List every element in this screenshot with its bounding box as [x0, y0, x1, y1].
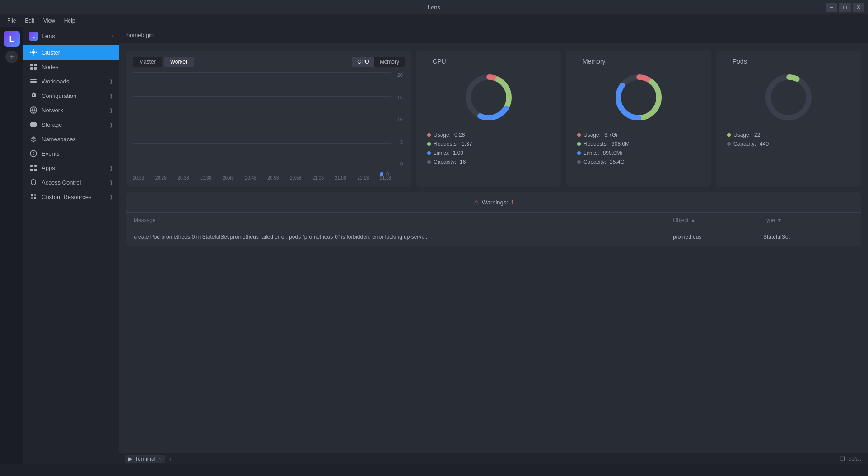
sidebar-item-events[interactable]: Events [23, 146, 119, 161]
sidebar-item-network[interactable]: Network ❱ [23, 103, 119, 117]
x-label-4: 20:43 [223, 176, 234, 180]
menu-file[interactable]: File [4, 17, 19, 25]
warning-icon: ⚠ [473, 199, 479, 206]
x-label-7: 20:58 [290, 176, 301, 180]
cpu-panel-title: CPU [433, 58, 446, 65]
terminal-tab[interactable]: ▶ Terminal × [125, 455, 165, 463]
cpu-donut-chart [462, 70, 516, 125]
chart-tab-master[interactable]: Master [133, 57, 162, 67]
svg-rect-23 [31, 197, 33, 199]
svg-rect-22 [34, 194, 36, 196]
memory-usage-stat: Usage: 3.7Gi [577, 132, 700, 138]
pods-panel-title: Pods [733, 58, 747, 65]
sidebar-item-cluster[interactable]: Cluster [23, 45, 119, 60]
memory-metric-panel: Memory Usage: 3.7Gi [566, 51, 711, 187]
close-button[interactable]: ✕ [853, 3, 864, 12]
terminal-close-button[interactable]: × [158, 456, 161, 462]
toggle-cpu-button[interactable]: CPU [352, 57, 374, 67]
col-message[interactable]: Message [134, 217, 673, 223]
cpu-stats: Usage: 0.28 Requests: 1.37 Limits: 1.00 [424, 132, 554, 165]
apps-icon [30, 164, 37, 171]
x-label-10: 21:13 [357, 176, 369, 180]
custom-resources-icon [30, 193, 37, 200]
filter-type-icon: ▼ [777, 217, 782, 223]
terminal-add-button[interactable]: + [168, 455, 172, 462]
lens-logo-icon[interactable]: L [4, 31, 20, 47]
menu-help[interactable]: Help [61, 17, 79, 25]
events-icon [30, 150, 37, 157]
storage-arrow-icon: ❱ [109, 122, 113, 127]
sidebar-item-storage[interactable]: Storage ❱ [23, 117, 119, 132]
sidebar-item-access-control[interactable]: Access Control ❱ [23, 175, 119, 189]
cpu-requests-label: Requests: [434, 141, 458, 147]
y-label-5: 5 [400, 139, 403, 145]
warning-type: StatefulSet [763, 234, 854, 240]
sidebar-item-workloads-label: Workloads [42, 78, 105, 85]
svg-rect-19 [30, 169, 33, 171]
sidebar-item-custom-resources[interactable]: Custom Resources ❱ [23, 189, 119, 204]
menu-edit[interactable]: Edit [21, 17, 38, 25]
warning-object: prometheus [673, 234, 763, 240]
status-right: ❐ defa... [840, 456, 863, 462]
x-label-3: 20:38 [200, 176, 211, 180]
memory-requests-value: 908.0Mi [611, 141, 631, 147]
svg-point-1 [33, 49, 34, 51]
memory-limits-value: 890.0Mi [603, 150, 622, 156]
memory-donut-svg [611, 70, 666, 125]
memory-capacity-label: Capacity: [583, 159, 606, 165]
memory-panel-title: Memory [583, 58, 606, 65]
sidebar-item-events-label: Events [42, 150, 113, 157]
nav-collapse-button[interactable]: ‹ [112, 33, 114, 39]
sidebar-item-custom-resources-label: Custom Resources [42, 194, 105, 200]
namespaces-icon [30, 135, 37, 143]
x-label-0: 20:23 [133, 176, 144, 180]
breadcrumb-bar: homelogin [119, 27, 868, 43]
sidebar-item-cluster-label: Cluster [42, 49, 113, 56]
chart-tab-worker[interactable]: Worker [164, 57, 194, 67]
col-type[interactable]: Type ▼ [763, 217, 854, 223]
svg-point-33 [768, 77, 809, 118]
col-object[interactable]: Object ▲ [673, 217, 763, 223]
pods-stats: Usage: 22 Capacity: 440 [723, 132, 854, 147]
sidebar-item-storage-label: Storage [42, 121, 105, 128]
cpu-usage-dot [427, 133, 431, 137]
memory-requests-dot [577, 142, 581, 146]
panels-row: Master Worker CPU Memory 20 15 10 [126, 51, 861, 187]
add-cluster-button[interactable]: + [5, 51, 18, 63]
pods-usage-stat: Usage: 22 [727, 132, 850, 138]
sidebar-item-nodes[interactable]: Nodes [23, 60, 119, 74]
minimize-button[interactable]: – [826, 3, 837, 12]
svg-rect-21 [31, 194, 33, 196]
toggle-memory-button[interactable]: Memory [374, 57, 405, 67]
cpu-limits-label: Limits: [434, 150, 449, 156]
grid-line-50 [133, 120, 391, 120]
icon-sidebar-top: L + [4, 31, 20, 63]
grid-line-25 [133, 96, 391, 97]
y-label-0: 0 [400, 162, 403, 167]
terminal-expand-button[interactable]: ❐ [840, 456, 845, 462]
sidebar-item-apps[interactable]: Apps ❱ [23, 161, 119, 175]
memory-requests-stat: Requests: 908.0Mi [577, 141, 700, 147]
terminal-icon: ▶ [128, 456, 132, 462]
menu-view[interactable]: View [40, 17, 59, 25]
cpu-capacity-label: Capacity: [434, 159, 456, 165]
chart-x-labels: 20:23 20:28 20:33 20:38 20:43 20:48 20:5… [133, 176, 391, 180]
memory-stats: Usage: 3.7Gi Requests: 908.0Mi Limits: 8… [574, 132, 704, 165]
cpu-usage-value: 0.28 [454, 132, 465, 138]
restore-button[interactable]: ◻ [839, 3, 851, 12]
x-label-1: 20:28 [155, 176, 167, 180]
toggle-group: CPU Memory [352, 57, 405, 67]
sidebar-item-configuration[interactable]: Configuration ❱ [23, 88, 119, 103]
svg-rect-10 [30, 81, 37, 82]
y-label-15: 15 [397, 95, 403, 100]
sidebar-item-workloads[interactable]: Workloads ❱ [23, 74, 119, 88]
warning-message: create Pod prometheus-0 in StatefulSet p… [134, 234, 673, 240]
warnings-title: Warnings: [482, 199, 508, 206]
cpu-usage-label: Usage: [434, 132, 451, 138]
pods-donut-svg [761, 70, 816, 125]
warnings-header: ⚠ Warnings: 1 [126, 192, 861, 213]
x-label-2: 20:33 [177, 176, 189, 180]
table-row: create Pod prometheus-0 in StatefulSet p… [126, 228, 861, 246]
sidebar-item-namespaces[interactable]: Namespaces [23, 132, 119, 146]
nav-sidebar: L Lens ‹ Cluster Nodes Workloads ❱ [23, 27, 119, 464]
